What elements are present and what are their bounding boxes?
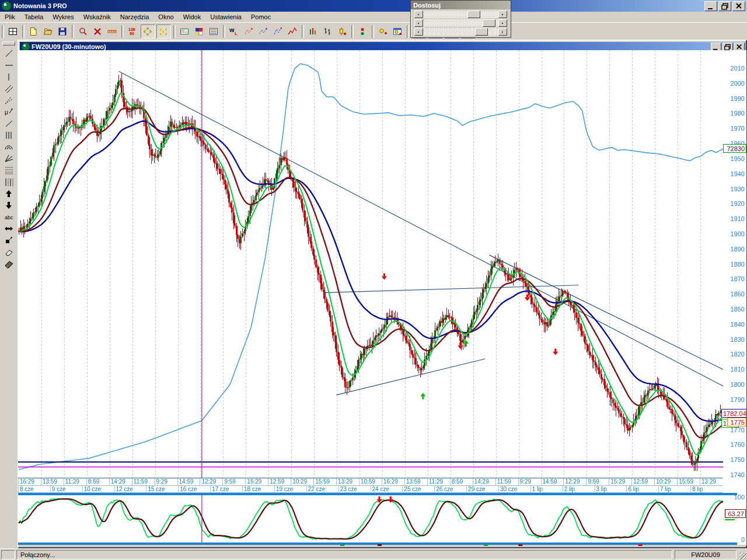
time-label: 9:59 <box>586 478 609 485</box>
text-tool-icon[interactable]: abc <box>2 211 16 223</box>
wl-indicator-icon[interactable]: WL <box>228 25 241 38</box>
volume-bars-icon[interactable] <box>306 25 320 38</box>
new-file-icon[interactable] <box>27 25 40 38</box>
window-grid-icon[interactable] <box>6 25 20 38</box>
menu-wykres[interactable]: Wykres <box>48 12 79 22</box>
fib-arcs-icon[interactable] <box>2 141 16 153</box>
slider-thumb[interactable] <box>467 10 480 18</box>
zigzag-red-icon[interactable] <box>242 25 256 38</box>
date-label: 16 cze <box>178 486 210 493</box>
menu-tabela[interactable]: Tabela <box>20 12 48 22</box>
color-panels-icon[interactable] <box>193 25 206 38</box>
pitchfork-icon[interactable]: μ <box>2 106 16 118</box>
slider-right-button[interactable] <box>498 10 507 18</box>
eraser-large-icon[interactable] <box>2 258 16 270</box>
osc-tick-high: 100 <box>724 494 745 501</box>
price-tick: 1890 <box>724 246 745 253</box>
time-label: 10:59 <box>359 478 382 485</box>
svg-text:abc: abc <box>5 215 13 220</box>
delete-icon[interactable] <box>91 25 104 38</box>
svg-text:136: 136 <box>128 27 135 32</box>
lop-value-badge: 72830 <box>723 144 746 153</box>
vertical-line-icon[interactable] <box>2 71 16 83</box>
horizontal-arrow-icon[interactable] <box>2 223 16 235</box>
fib-retracement-icon[interactable] <box>2 164 16 176</box>
price-chart-canvas[interactable] <box>18 50 746 546</box>
time-label: 13:29 <box>336 478 359 485</box>
snap-points-icon[interactable] <box>156 24 171 38</box>
slider-thumb[interactable] <box>483 19 495 27</box>
add-point-icon[interactable] <box>376 25 390 38</box>
eraser-icon[interactable] <box>2 246 16 258</box>
toolbar-separator <box>223 25 225 38</box>
status-bar: Połączony... FW20U09 <box>0 548 747 560</box>
price-tick: 1750 <box>724 456 745 463</box>
dostosuj-slider-3[interactable] <box>414 28 507 36</box>
price-tick: 1900 <box>724 230 745 237</box>
vertical-grid-icon[interactable] <box>2 130 16 141</box>
time-label: 11:59 <box>495 478 518 485</box>
save-icon[interactable] <box>56 25 69 38</box>
time-label: 11:29 <box>427 478 450 485</box>
trend-line-icon[interactable] <box>2 48 16 60</box>
time-label: 15:59 <box>313 478 336 485</box>
slider-left-button[interactable] <box>414 19 423 27</box>
signal-dots-icon[interactable] <box>356 25 369 38</box>
menu-pomoc[interactable]: Pomoc <box>246 12 275 22</box>
svg-text:L: L <box>235 31 238 36</box>
horizontal-line-icon[interactable] <box>2 60 16 71</box>
dostosuj-slider-1[interactable] <box>414 10 507 18</box>
date-label: 10 cze <box>82 486 114 493</box>
minimize-button[interactable] <box>704 1 717 11</box>
price-tick: 1880 <box>724 261 745 268</box>
pointer-box-icon[interactable] <box>2 235 16 246</box>
slider-right-button[interactable] <box>498 28 507 36</box>
toolbar-grip[interactable] <box>2 41 15 46</box>
zoom-icon[interactable] <box>76 25 90 38</box>
zigzag-blue2-icon[interactable] <box>271 25 285 38</box>
menu-widok[interactable]: Widok <box>179 12 206 22</box>
dostosuj-titlebar[interactable]: Dostosuj <box>411 1 511 9</box>
slider-right-button[interactable] <box>498 19 507 27</box>
date-label: 26 cze <box>434 486 466 493</box>
line-chart-icon[interactable] <box>286 25 299 38</box>
ohlc-style-icon[interactable] <box>321 25 334 38</box>
candle-style-icon[interactable] <box>336 25 349 38</box>
price-tick: 1820 <box>724 351 745 358</box>
price-digits-icon[interactable]: 13690 <box>126 25 139 38</box>
toolbar-separator <box>173 25 176 38</box>
gann-fan-icon[interactable] <box>2 153 16 164</box>
menu-okno[interactable]: Okno <box>153 12 178 22</box>
close-button[interactable] <box>732 1 745 11</box>
time-label: 9:29 <box>518 478 541 485</box>
menu-wskaźnik[interactable]: Wskaźnik <box>79 12 116 22</box>
parallel-lines-icon[interactable] <box>2 83 16 94</box>
add-chart-point-icon[interactable] <box>391 25 404 38</box>
slider-left-button[interactable] <box>414 28 423 36</box>
menu-ustawienia[interactable]: Ustawienia <box>205 12 246 22</box>
zigzag-blue-icon[interactable] <box>257 25 270 38</box>
time-label: 16:29 <box>382 478 404 485</box>
quote-table-icon[interactable] <box>178 25 191 38</box>
arrow-down-icon[interactable] <box>2 200 16 211</box>
time-label: 11:59 <box>132 478 155 485</box>
slider-thumb[interactable] <box>475 28 488 36</box>
data-table-icon[interactable] <box>207 25 221 38</box>
fib-time-icon[interactable] <box>2 176 16 188</box>
date-label: 30 cze <box>498 486 530 493</box>
ruler-icon[interactable] <box>106 25 119 38</box>
fan-lines-icon[interactable] <box>2 94 16 106</box>
arrow-up-icon[interactable] <box>2 188 16 200</box>
resize-grip[interactable] <box>739 552 746 559</box>
trend-line2-icon[interactable] <box>2 118 16 130</box>
restore-button[interactable] <box>718 1 731 11</box>
time-label: 9:29 <box>155 478 177 485</box>
dostosuj-slider-2[interactable] <box>414 19 507 27</box>
menu-plik[interactable]: Plik <box>0 12 20 22</box>
time-label: 15:29 <box>245 478 268 485</box>
time-label: 12:29 <box>200 478 222 485</box>
menu-narzędzia[interactable]: Narzędzia <box>116 12 154 22</box>
open-file-icon[interactable] <box>41 25 55 38</box>
move-tool-icon[interactable] <box>141 24 155 38</box>
slider-left-button[interactable] <box>414 10 423 18</box>
